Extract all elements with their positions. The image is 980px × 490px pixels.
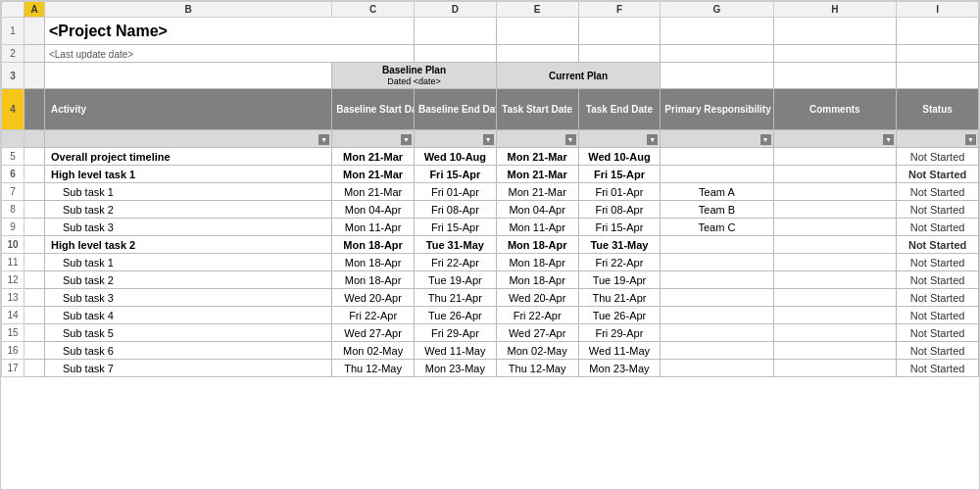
row-num-8: 8 (2, 201, 24, 219)
activity-cell: Sub task 5 (44, 324, 331, 342)
table-row: 11 Sub task 1 Mon 18-Apr Fri 22-Apr Mon … (2, 254, 979, 271)
baseline-end-cell: Fri 08-Apr (414, 201, 496, 219)
table-row: 17 Sub task 7 Thu 12-May Mon 23-May Thu … (2, 360, 979, 377)
activity-cell: Sub task 6 (44, 342, 331, 360)
plan-header-row: 3 Baseline Plan Dated <date> Current Pla… (2, 63, 979, 89)
status-cell: Not Started (897, 201, 979, 219)
status-dropdown-icon[interactable]: ▼ (965, 134, 976, 145)
row-num-9: 9 (2, 219, 24, 236)
status-cell: Not Started (897, 289, 979, 307)
baseline-end-cell: Tue 26-Apr (414, 307, 496, 324)
activity-cell: Sub task 1 (44, 254, 331, 271)
task-start-dropdown-icon[interactable]: ▼ (565, 134, 576, 145)
current-plan-header: Current Plan (496, 63, 661, 89)
last-update-row: 2 <Last update date> (2, 45, 979, 63)
activity-cell: Sub task 1 (44, 183, 331, 201)
status-cell: Not Started (897, 307, 979, 324)
task-end-cell: Fri 15-Apr (578, 166, 661, 183)
task-end-cell: Tue 31-May (578, 236, 661, 254)
baseline-start-dropdown-icon[interactable]: ▼ (401, 134, 412, 145)
status-cell: Not Started (897, 166, 979, 183)
responsibility-dropdown-icon[interactable]: ▼ (760, 134, 771, 145)
status-filter[interactable]: ▼ (897, 130, 979, 148)
row-num-7: 7 (2, 183, 24, 201)
task-end-dropdown-icon[interactable]: ▼ (647, 134, 658, 145)
responsibility-cell: Team A (661, 183, 773, 201)
task-end-cell: Fri 15-Apr (578, 219, 661, 236)
comments-filter[interactable]: ▼ (773, 130, 897, 148)
task-end-filter[interactable]: ▼ (578, 130, 661, 148)
baseline-start-filter[interactable]: ▼ (332, 130, 415, 148)
task-end-cell: Wed 11-May (578, 342, 661, 360)
comments-cell (773, 236, 897, 254)
responsibility-cell (661, 324, 773, 342)
baseline-end-cell: Fri 22-Apr (414, 254, 496, 271)
col-c-header: C (332, 2, 415, 18)
row-num-14: 14 (2, 307, 24, 324)
table-row: 13 Sub task 3 Wed 20-Apr Thu 21-Apr Wed … (2, 289, 979, 307)
comments-dropdown-icon[interactable]: ▼ (883, 134, 894, 145)
comments-cell (773, 166, 897, 183)
status-cell: Not Started (897, 342, 979, 360)
task-end-cell: Fri 29-Apr (578, 324, 661, 342)
baseline-end-filter[interactable]: ▼ (414, 130, 496, 148)
task-start-header: Task Start Date (496, 89, 578, 130)
project-name: <Project Name> (49, 23, 168, 39)
baseline-start-cell: Mon 21-Mar (332, 148, 415, 166)
col-i-header: I (897, 2, 979, 18)
baseline-start-cell: Mon 04-Apr (332, 201, 415, 219)
baseline-end-cell: Wed 11-May (414, 342, 496, 360)
comments-cell (773, 148, 897, 166)
activity-header: Activity (44, 89, 331, 130)
baseline-end-cell: Tue 19-Apr (414, 271, 496, 289)
status-cell: Not Started (897, 148, 979, 166)
row-num-17: 17 (2, 360, 24, 377)
status-cell: Not Started (897, 324, 979, 342)
baseline-start-cell: Mon 18-Apr (332, 236, 415, 254)
activity-cell: Sub task 2 (44, 201, 331, 219)
col-d-header: D (414, 2, 496, 18)
col-h-header: H (773, 2, 897, 18)
activity-filter[interactable]: ▼ (44, 130, 331, 148)
task-end-cell: Tue 19-Apr (578, 271, 661, 289)
comments-cell (773, 307, 897, 324)
responsibility-cell: Team B (661, 201, 773, 219)
task-end-cell: Thu 21-Apr (578, 289, 661, 307)
baseline-start-cell: Thu 12-May (332, 360, 415, 377)
comments-cell (773, 219, 897, 236)
responsibility-cell (661, 307, 773, 324)
spreadsheet: A B C D E F G H I 1 <Project Name> (0, 0, 980, 490)
task-start-cell: Fri 22-Apr (496, 307, 578, 324)
task-start-cell: Mon 21-Mar (496, 166, 578, 183)
last-update-cell: <Last update date> (44, 45, 414, 63)
task-end-cell: Tue 26-Apr (578, 307, 661, 324)
task-start-cell: Wed 27-Apr (496, 324, 578, 342)
activity-cell: High level task 2 (44, 236, 331, 254)
project-name-cell: <Project Name> (44, 18, 414, 45)
baseline-end-cell: Fri 01-Apr (414, 183, 496, 201)
table-row: 9 Sub task 3 Mon 11-Apr Fri 15-Apr Mon 1… (2, 219, 979, 236)
baseline-end-dropdown-icon[interactable]: ▼ (483, 134, 494, 145)
row-num-13: 13 (2, 289, 24, 307)
row-num-6: 6 (2, 166, 24, 183)
table-row: 6 High level task 1 Mon 21-Mar Fri 15-Ap… (2, 166, 979, 183)
col-e-header: E (496, 2, 578, 18)
activity-dropdown-icon[interactable]: ▼ (318, 134, 329, 145)
baseline-end-cell: Fri 15-Apr (414, 219, 496, 236)
baseline-start-cell: Wed 20-Apr (332, 289, 415, 307)
task-start-cell: Mon 04-Apr (496, 201, 578, 219)
responsibility-cell (661, 360, 773, 377)
task-start-filter[interactable]: ▼ (496, 130, 578, 148)
responsibility-filter[interactable]: ▼ (661, 130, 773, 148)
row1-col-a (24, 18, 45, 45)
status-cell: Not Started (897, 271, 979, 289)
baseline-start-header: Baseline Start Date (332, 89, 415, 130)
status-header: Status (897, 89, 979, 130)
task-end-cell: Mon 23-May (578, 360, 661, 377)
status-cell: Not Started (897, 219, 979, 236)
table-row: 12 Sub task 2 Mon 18-Apr Tue 19-Apr Mon … (2, 271, 979, 289)
task-start-cell: Mon 02-May (496, 342, 578, 360)
responsibility-cell (661, 254, 773, 271)
row-num-2: 2 (2, 45, 24, 63)
task-end-cell: Fri 22-Apr (578, 254, 661, 271)
